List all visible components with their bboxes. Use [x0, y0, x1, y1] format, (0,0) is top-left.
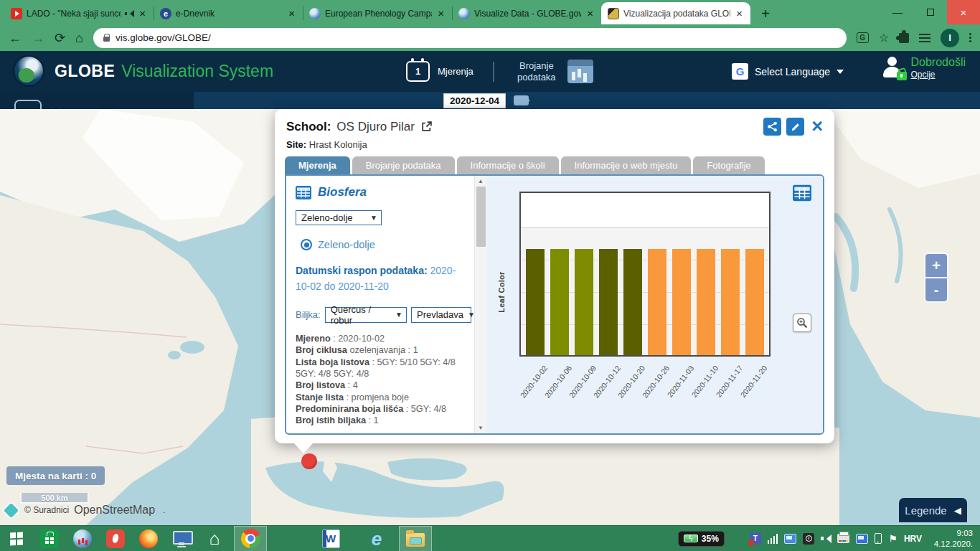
taskbar-ie[interactable]: e — [360, 526, 393, 551]
back-icon[interactable]: ← — [9, 32, 22, 44]
close-button[interactable]: × — [947, 0, 980, 24]
chart-bar[interactable] — [745, 249, 764, 355]
clock-app-icon[interactable] — [803, 533, 814, 545]
attribution-link[interactable]: OpenStreetMap — [74, 504, 155, 517]
browser-tab[interactable]: LADO - "Neka sjaji sunce svi× — [4, 2, 154, 24]
scroll-up-icon[interactable]: ▲ — [478, 176, 484, 187]
user-menu[interactable]: Dobrodošli Opcije — [881, 55, 966, 80]
radio-selected-icon[interactable] — [301, 239, 312, 250]
dialog-tab[interactable]: Brojanje podataka — [352, 156, 455, 174]
variant-select[interactable]: Prevladava▼ — [411, 307, 471, 323]
new-tab-button[interactable]: + — [755, 3, 776, 24]
edit-button[interactable] — [786, 118, 804, 136]
dialog-close-icon[interactable]: × — [811, 117, 823, 136]
address-bar[interactable]: vis.globe.gov/GLOBE/ — [93, 28, 847, 48]
user-icon[interactable] — [881, 56, 904, 79]
chart-bar[interactable] — [550, 249, 569, 355]
scrollbar-thumb[interactable] — [476, 187, 486, 247]
panel-scrollbar[interactable]: ▲ ▼ — [474, 176, 486, 433]
url-text[interactable]: vis.globe.gov/GLOBE/ — [116, 32, 211, 43]
zoom-out-button[interactable]: - — [925, 278, 947, 301]
browser-tab[interactable]: ee-Dnevnik× — [154, 2, 303, 24]
browser-menu-icon[interactable] — [969, 33, 971, 42]
tab-close-icon[interactable]: × — [287, 8, 296, 19]
tab-audio-icon[interactable] — [125, 9, 133, 18]
measure-select[interactable]: Zeleno-dolje▼ — [296, 210, 382, 225]
browser-tab[interactable]: European Phenology Campaign× — [303, 2, 452, 24]
chart-bar[interactable] — [672, 249, 691, 355]
external-link-icon[interactable] — [420, 121, 433, 133]
start-button[interactable] — [0, 526, 33, 551]
chart-bar[interactable] — [599, 249, 618, 355]
dialog-tab[interactable]: Informacije o web mjestu — [561, 156, 692, 174]
measurements-calendar-icon[interactable]: 1 — [406, 61, 430, 82]
osm-logo-icon[interactable] — [4, 502, 19, 517]
language-selector[interactable]: G Select Language — [732, 51, 844, 92]
forward-icon[interactable]: → — [32, 32, 44, 44]
map-marker[interactable] — [301, 453, 317, 469]
taskbar-firefox[interactable] — [132, 526, 165, 551]
taskbar-store[interactable] — [33, 526, 66, 551]
chart-bar[interactable] — [526, 249, 545, 355]
minimize-button[interactable]: — — [881, 0, 914, 24]
share-button[interactable] — [763, 118, 781, 136]
flag-icon[interactable]: ⚑ — [888, 534, 897, 544]
data-table-button[interactable] — [793, 184, 811, 204]
desktop: LADO - "Neka sjaji sunce svi×ee-Dnevnik×… — [0, 0, 980, 551]
profile-avatar[interactable]: I — [941, 29, 959, 47]
translate-icon[interactable]: G — [857, 32, 869, 43]
printer-icon[interactable] — [837, 534, 849, 543]
taskbar-chrome[interactable] — [234, 526, 267, 551]
display-settings-icon[interactable] — [784, 534, 796, 544]
keyboard-layout[interactable]: HRV — [904, 534, 922, 544]
taskbar-word[interactable]: W — [314, 526, 347, 551]
reading-list-icon[interactable] — [919, 34, 930, 42]
tab-close-icon[interactable]: × — [436, 8, 446, 19]
tab-close-icon[interactable]: × — [138, 8, 147, 19]
globe-logo-icon[interactable] — [13, 55, 44, 87]
browser-tab[interactable]: Vizualizacija podataka GLOBE zn× — [601, 2, 750, 24]
taskbar-lenovo[interactable] — [165, 526, 198, 551]
options-link[interactable]: Opcije — [911, 70, 966, 80]
chart-bar[interactable] — [575, 249, 593, 355]
measure-radio-row[interactable]: Zeleno-dolje — [301, 239, 471, 250]
date-input[interactable]: 2020-12-04 — [443, 93, 506, 108]
home-icon[interactable]: ⌂ — [75, 32, 83, 44]
taskbar-gnome-app[interactable] — [99, 526, 132, 551]
scroll-down-icon[interactable]: ▼ — [478, 423, 484, 433]
language-label[interactable]: Select Language — [755, 66, 830, 77]
dialog-tab[interactable]: Fotografije — [693, 156, 764, 174]
projector-icon[interactable] — [856, 534, 868, 544]
reload-icon[interactable]: ⟳ — [55, 32, 65, 44]
restore-button[interactable] — [914, 0, 947, 24]
taskbar-explorer[interactable] — [399, 526, 432, 551]
signal-icon[interactable] — [768, 534, 778, 544]
taskbar-globe-app[interactable] — [66, 526, 99, 551]
teams-icon[interactable]: T — [750, 533, 761, 545]
data-count-icon[interactable] — [567, 60, 593, 83]
chart-bar[interactable] — [648, 249, 666, 355]
lock-icon[interactable] — [103, 34, 110, 42]
chart-bar[interactable] — [623, 249, 642, 355]
tab-close-icon[interactable]: × — [735, 8, 744, 19]
nav-measurements[interactable]: Mjerenja — [438, 66, 473, 77]
extensions-icon[interactable] — [899, 33, 909, 43]
dialog-tab[interactable]: Mjerenja — [285, 156, 350, 174]
animation-camera-icon[interactable] — [514, 95, 529, 105]
browser-tab[interactable]: Visualize Data - GLOBE.gov× — [452, 2, 601, 24]
nav-data-count[interactable]: Brojanje podataka — [514, 60, 560, 83]
taskbar-home[interactable]: ⌂ — [198, 526, 231, 551]
speaker-icon[interactable] — [821, 534, 831, 543]
plant-select[interactable]: Quercus / robur▼ — [325, 307, 407, 323]
zoom-in-button[interactable]: + — [925, 254, 947, 277]
bookmark-star-icon[interactable]: ☆ — [879, 32, 889, 44]
chart-bar[interactable] — [697, 249, 715, 355]
taskbar-clock[interactable]: 9:03 4.12.2020. — [928, 528, 973, 550]
chart-bar[interactable] — [721, 249, 740, 355]
battery-widget[interactable]: ϟ 35% — [678, 531, 725, 547]
device-icon[interactable] — [875, 533, 882, 544]
legend-toggle-button[interactable]: Legende ◀ — [899, 498, 967, 522]
tab-close-icon[interactable]: × — [585, 8, 595, 19]
chart-zoom-button[interactable] — [793, 314, 811, 332]
dialog-tab[interactable]: Informacije o školi — [457, 156, 559, 174]
